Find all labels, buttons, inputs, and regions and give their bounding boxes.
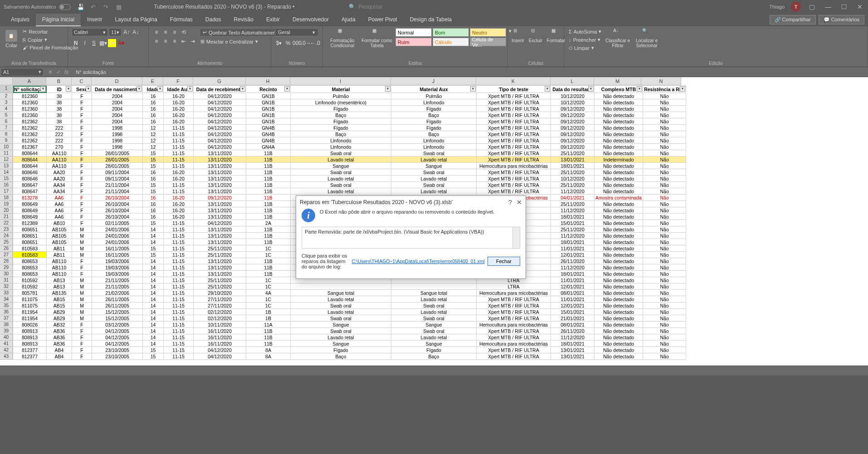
cell[interactable]: AB36 — [47, 328, 72, 334]
tab-inserir[interactable]: Inserir — [81, 14, 108, 26]
cell[interactable]: AB4 — [47, 353, 72, 360]
cell[interactable]: 222 — [47, 131, 72, 137]
clear-button[interactable]: ◇ Limpar ▾ — [568, 44, 602, 51]
cell[interactable]: 16-20 — [164, 214, 194, 220]
cell[interactable]: 810592 — [13, 277, 47, 283]
cell[interactable]: F — [72, 264, 92, 271]
cell[interactable]: F — [72, 144, 92, 150]
save-icon[interactable]: 💾 — [77, 3, 84, 10]
cell[interactable]: Não detectado — [595, 169, 643, 176]
cell[interactable]: 16 — [143, 118, 164, 125]
cell[interactable]: AB13 — [47, 277, 72, 283]
row-header[interactable]: 15 — [0, 176, 13, 182]
filter-arrow-icon[interactable]: ▾ — [240, 86, 245, 92]
font-color-button[interactable]: A▾ — [117, 39, 125, 47]
cell[interactable]: Não detectado — [595, 341, 643, 347]
cell[interactable]: 11B — [246, 163, 291, 169]
cell[interactable]: 1998 — [92, 131, 143, 137]
cell[interactable]: 10/11/2020 — [194, 322, 246, 328]
cell[interactable]: AA20 — [47, 176, 72, 182]
cell[interactable]: Amostra contaminada — [595, 195, 643, 201]
cell[interactable]: 812362 — [13, 137, 47, 144]
cell[interactable]: 16/11/2020 — [194, 328, 246, 334]
cell[interactable]: Não — [643, 93, 686, 99]
cell[interactable]: 11-15 — [164, 163, 194, 169]
cell[interactable]: 1C — [246, 277, 291, 283]
cell[interactable]: Não detectado — [595, 214, 643, 220]
cell[interactable]: 11B — [246, 201, 291, 207]
cell[interactable]: Não detectado — [595, 207, 643, 214]
cell[interactable]: M — [72, 290, 92, 296]
cell[interactable]: 09/11/2004 — [92, 169, 143, 176]
cell[interactable]: F — [72, 150, 92, 156]
border-button[interactable]: ▦▾ — [99, 39, 107, 47]
cell[interactable]: 11-15 — [164, 315, 194, 322]
cell[interactable]: 18/01/2021 — [551, 341, 595, 347]
cell[interactable]: LTRA — [477, 283, 551, 290]
cell[interactable]: Não — [643, 233, 686, 239]
search-box[interactable]: 🔍 Pesquisar — [349, 4, 382, 10]
cell[interactable]: 14 — [143, 315, 164, 322]
cell[interactable]: 808651 — [13, 226, 47, 233]
cell[interactable]: 16/11/2005 — [92, 252, 143, 258]
cell[interactable]: Lavado retal — [291, 156, 391, 163]
filter-arrow-icon[interactable]: ▾ — [40, 86, 46, 92]
tab-desenvolvedor[interactable]: Desenvolvedor — [286, 14, 335, 26]
col-header[interactable]: M — [594, 77, 641, 85]
ribbon-options-icon[interactable]: ▢ — [807, 3, 817, 10]
col-header[interactable]: G — [193, 77, 246, 85]
cell[interactable]: Fígado — [291, 125, 391, 131]
cell[interactable]: 2004 — [92, 118, 143, 125]
cell[interactable]: F — [72, 341, 92, 347]
cell[interactable]: M — [72, 252, 92, 258]
cell[interactable]: 11B — [246, 207, 291, 214]
cell[interactable]: 808646 — [13, 169, 47, 176]
cell[interactable]: 13/01/2021 — [551, 347, 595, 353]
row-header[interactable]: 35 — [0, 303, 13, 309]
cell[interactable]: 15 — [143, 163, 164, 169]
cell[interactable]: 14 — [143, 258, 164, 264]
cell[interactable]: Não — [643, 226, 686, 233]
cell[interactable]: 04/12/2020 — [194, 353, 246, 360]
cell[interactable]: F — [72, 137, 92, 144]
cell[interactable]: Não detectado — [595, 328, 643, 334]
row-header[interactable]: 13 — [0, 163, 13, 169]
cell[interactable]: Linfonodo — [291, 144, 391, 150]
cell[interactable]: 14 — [143, 226, 164, 233]
cell[interactable]: F — [72, 220, 92, 226]
row-header[interactable]: 25 — [0, 239, 13, 245]
cell[interactable]: 12 — [143, 144, 164, 150]
cell[interactable]: 1C — [246, 245, 291, 252]
row-header[interactable]: 41 — [0, 341, 13, 347]
cell[interactable]: 11-15 — [164, 239, 194, 245]
cell[interactable]: 04/12/2005 — [92, 328, 143, 334]
cell[interactable]: 38 — [47, 106, 72, 112]
cell[interactable]: 38 — [47, 99, 72, 106]
cell[interactable]: 16-20 — [164, 99, 194, 106]
cell[interactable]: Não detectado — [595, 334, 643, 341]
cell[interactable]: Não detectado — [595, 303, 643, 309]
cell[interactable]: 12/01/2021 — [551, 303, 595, 309]
cell[interactable]: Não detectado — [595, 309, 643, 315]
redo-icon[interactable]: ↷ — [102, 3, 110, 10]
cell[interactable]: 09/11/2004 — [92, 176, 143, 182]
cell[interactable]: 13/01/2021 — [551, 353, 595, 360]
row-header[interactable]: 20 — [0, 207, 13, 214]
row-header[interactable]: 34 — [0, 296, 13, 303]
cell[interactable]: Linfonodo — [391, 137, 477, 144]
cell[interactable]: 13/11/2020 — [194, 233, 246, 239]
cell[interactable]: M — [72, 283, 92, 290]
cell[interactable]: 13/01/2021 — [551, 156, 595, 163]
cell[interactable]: GN4B — [246, 131, 291, 137]
cell[interactable]: AA34 — [47, 188, 72, 195]
col-header[interactable]: N — [641, 77, 681, 85]
cell[interactable]: Não — [643, 220, 686, 226]
dialog-scrollbar[interactable] — [512, 227, 520, 248]
cell[interactable]: Não — [643, 188, 686, 195]
cell[interactable]: 38 — [47, 93, 72, 99]
cell[interactable]: GN1B — [246, 99, 291, 106]
cell[interactable]: GN1B — [246, 106, 291, 112]
cell[interactable]: 11-15 — [164, 303, 194, 309]
cell[interactable]: Não detectado — [595, 226, 643, 233]
cell[interactable]: Fígado — [291, 347, 391, 353]
